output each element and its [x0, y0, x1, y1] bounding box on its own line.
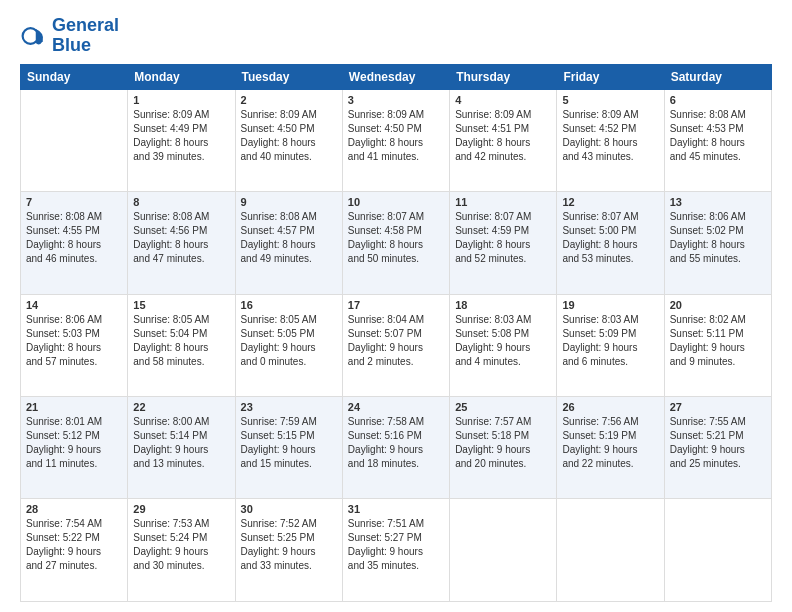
calendar-cell: 23Sunrise: 7:59 AM Sunset: 5:15 PM Dayli… — [235, 397, 342, 499]
day-info: Sunrise: 8:01 AM Sunset: 5:12 PM Dayligh… — [26, 415, 122, 471]
day-number: 25 — [455, 401, 551, 413]
calendar-cell: 22Sunrise: 8:00 AM Sunset: 5:14 PM Dayli… — [128, 397, 235, 499]
day-info: Sunrise: 8:06 AM Sunset: 5:02 PM Dayligh… — [670, 210, 766, 266]
day-number: 16 — [241, 299, 337, 311]
day-info: Sunrise: 8:03 AM Sunset: 5:09 PM Dayligh… — [562, 313, 658, 369]
day-number: 23 — [241, 401, 337, 413]
day-number: 30 — [241, 503, 337, 515]
weekday-header-friday: Friday — [557, 64, 664, 89]
day-info: Sunrise: 8:09 AM Sunset: 4:50 PM Dayligh… — [241, 108, 337, 164]
calendar-cell: 6Sunrise: 8:08 AM Sunset: 4:53 PM Daylig… — [664, 89, 771, 191]
day-info: Sunrise: 7:56 AM Sunset: 5:19 PM Dayligh… — [562, 415, 658, 471]
logo-icon — [20, 22, 48, 50]
calendar-cell: 13Sunrise: 8:06 AM Sunset: 5:02 PM Dayli… — [664, 192, 771, 294]
calendar-cell: 25Sunrise: 7:57 AM Sunset: 5:18 PM Dayli… — [450, 397, 557, 499]
day-number: 18 — [455, 299, 551, 311]
day-number: 1 — [133, 94, 229, 106]
day-number: 22 — [133, 401, 229, 413]
day-number: 19 — [562, 299, 658, 311]
header: General Blue — [20, 16, 772, 56]
calendar-cell: 9Sunrise: 8:08 AM Sunset: 4:57 PM Daylig… — [235, 192, 342, 294]
day-info: Sunrise: 8:05 AM Sunset: 5:05 PM Dayligh… — [241, 313, 337, 369]
calendar-cell: 10Sunrise: 8:07 AM Sunset: 4:58 PM Dayli… — [342, 192, 449, 294]
day-info: Sunrise: 8:04 AM Sunset: 5:07 PM Dayligh… — [348, 313, 444, 369]
calendar-cell: 16Sunrise: 8:05 AM Sunset: 5:05 PM Dayli… — [235, 294, 342, 396]
calendar-cell: 8Sunrise: 8:08 AM Sunset: 4:56 PM Daylig… — [128, 192, 235, 294]
calendar-week-row: 14Sunrise: 8:06 AM Sunset: 5:03 PM Dayli… — [21, 294, 772, 396]
day-number: 9 — [241, 196, 337, 208]
calendar-cell: 12Sunrise: 8:07 AM Sunset: 5:00 PM Dayli… — [557, 192, 664, 294]
calendar-cell: 4Sunrise: 8:09 AM Sunset: 4:51 PM Daylig… — [450, 89, 557, 191]
day-number: 7 — [26, 196, 122, 208]
day-number: 20 — [670, 299, 766, 311]
day-info: Sunrise: 8:02 AM Sunset: 5:11 PM Dayligh… — [670, 313, 766, 369]
calendar-cell: 19Sunrise: 8:03 AM Sunset: 5:09 PM Dayli… — [557, 294, 664, 396]
calendar-week-row: 21Sunrise: 8:01 AM Sunset: 5:12 PM Dayli… — [21, 397, 772, 499]
logo-text: General Blue — [52, 16, 119, 56]
day-info: Sunrise: 7:51 AM Sunset: 5:27 PM Dayligh… — [348, 517, 444, 573]
calendar-cell: 11Sunrise: 8:07 AM Sunset: 4:59 PM Dayli… — [450, 192, 557, 294]
day-number: 11 — [455, 196, 551, 208]
calendar-cell: 31Sunrise: 7:51 AM Sunset: 5:27 PM Dayli… — [342, 499, 449, 602]
day-number: 8 — [133, 196, 229, 208]
weekday-header-tuesday: Tuesday — [235, 64, 342, 89]
page: General Blue SundayMondayTuesdayWednesda… — [0, 0, 792, 612]
calendar-cell: 18Sunrise: 8:03 AM Sunset: 5:08 PM Dayli… — [450, 294, 557, 396]
day-info: Sunrise: 8:00 AM Sunset: 5:14 PM Dayligh… — [133, 415, 229, 471]
calendar-cell — [21, 89, 128, 191]
calendar-week-row: 28Sunrise: 7:54 AM Sunset: 5:22 PM Dayli… — [21, 499, 772, 602]
calendar-cell: 3Sunrise: 8:09 AM Sunset: 4:50 PM Daylig… — [342, 89, 449, 191]
day-info: Sunrise: 7:52 AM Sunset: 5:25 PM Dayligh… — [241, 517, 337, 573]
calendar-cell: 30Sunrise: 7:52 AM Sunset: 5:25 PM Dayli… — [235, 499, 342, 602]
day-info: Sunrise: 8:08 AM Sunset: 4:57 PM Dayligh… — [241, 210, 337, 266]
day-info: Sunrise: 8:09 AM Sunset: 4:49 PM Dayligh… — [133, 108, 229, 164]
calendar-cell: 27Sunrise: 7:55 AM Sunset: 5:21 PM Dayli… — [664, 397, 771, 499]
calendar-cell: 15Sunrise: 8:05 AM Sunset: 5:04 PM Dayli… — [128, 294, 235, 396]
day-info: Sunrise: 7:59 AM Sunset: 5:15 PM Dayligh… — [241, 415, 337, 471]
day-info: Sunrise: 8:07 AM Sunset: 4:58 PM Dayligh… — [348, 210, 444, 266]
day-number: 29 — [133, 503, 229, 515]
calendar-cell: 21Sunrise: 8:01 AM Sunset: 5:12 PM Dayli… — [21, 397, 128, 499]
day-info: Sunrise: 7:55 AM Sunset: 5:21 PM Dayligh… — [670, 415, 766, 471]
day-info: Sunrise: 7:53 AM Sunset: 5:24 PM Dayligh… — [133, 517, 229, 573]
day-info: Sunrise: 8:07 AM Sunset: 5:00 PM Dayligh… — [562, 210, 658, 266]
weekday-header-saturday: Saturday — [664, 64, 771, 89]
day-number: 3 — [348, 94, 444, 106]
day-number: 12 — [562, 196, 658, 208]
weekday-header-sunday: Sunday — [21, 64, 128, 89]
day-number: 6 — [670, 94, 766, 106]
calendar-cell: 2Sunrise: 8:09 AM Sunset: 4:50 PM Daylig… — [235, 89, 342, 191]
day-number: 28 — [26, 503, 122, 515]
calendar-cell: 17Sunrise: 8:04 AM Sunset: 5:07 PM Dayli… — [342, 294, 449, 396]
day-info: Sunrise: 8:08 AM Sunset: 4:53 PM Dayligh… — [670, 108, 766, 164]
day-number: 14 — [26, 299, 122, 311]
calendar-cell: 14Sunrise: 8:06 AM Sunset: 5:03 PM Dayli… — [21, 294, 128, 396]
day-info: Sunrise: 8:08 AM Sunset: 4:55 PM Dayligh… — [26, 210, 122, 266]
day-info: Sunrise: 8:09 AM Sunset: 4:52 PM Dayligh… — [562, 108, 658, 164]
day-info: Sunrise: 8:03 AM Sunset: 5:08 PM Dayligh… — [455, 313, 551, 369]
day-number: 21 — [26, 401, 122, 413]
weekday-header-thursday: Thursday — [450, 64, 557, 89]
calendar-cell: 26Sunrise: 7:56 AM Sunset: 5:19 PM Dayli… — [557, 397, 664, 499]
weekday-header-monday: Monday — [128, 64, 235, 89]
day-number: 10 — [348, 196, 444, 208]
calendar-cell: 7Sunrise: 8:08 AM Sunset: 4:55 PM Daylig… — [21, 192, 128, 294]
day-number: 24 — [348, 401, 444, 413]
calendar-cell — [450, 499, 557, 602]
day-info: Sunrise: 8:06 AM Sunset: 5:03 PM Dayligh… — [26, 313, 122, 369]
day-number: 17 — [348, 299, 444, 311]
day-info: Sunrise: 8:08 AM Sunset: 4:56 PM Dayligh… — [133, 210, 229, 266]
calendar-cell: 29Sunrise: 7:53 AM Sunset: 5:24 PM Dayli… — [128, 499, 235, 602]
day-info: Sunrise: 7:57 AM Sunset: 5:18 PM Dayligh… — [455, 415, 551, 471]
calendar-cell: 24Sunrise: 7:58 AM Sunset: 5:16 PM Dayli… — [342, 397, 449, 499]
calendar-cell — [557, 499, 664, 602]
day-number: 15 — [133, 299, 229, 311]
calendar-cell: 28Sunrise: 7:54 AM Sunset: 5:22 PM Dayli… — [21, 499, 128, 602]
calendar-table: SundayMondayTuesdayWednesdayThursdayFrid… — [20, 64, 772, 602]
logo: General Blue — [20, 16, 119, 56]
day-number: 26 — [562, 401, 658, 413]
calendar-cell: 1Sunrise: 8:09 AM Sunset: 4:49 PM Daylig… — [128, 89, 235, 191]
day-number: 27 — [670, 401, 766, 413]
day-number: 2 — [241, 94, 337, 106]
weekday-header-row: SundayMondayTuesdayWednesdayThursdayFrid… — [21, 64, 772, 89]
